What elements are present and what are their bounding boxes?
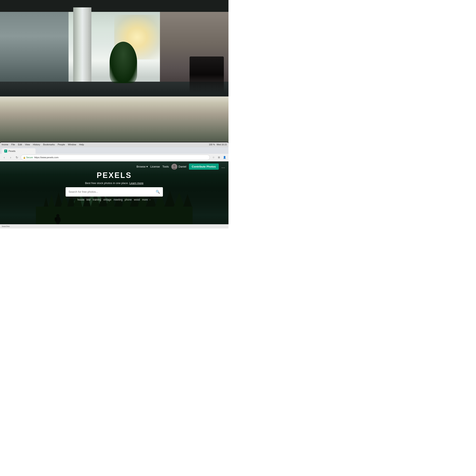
search-input[interactable] (68, 190, 154, 193)
screen-bezel: hrome File Edit View History Bookmarks P… (0, 142, 228, 228)
search-icon[interactable]: 🔍 (156, 190, 160, 194)
menu-window[interactable]: Window (68, 143, 76, 146)
user-area: Daniel (171, 164, 186, 170)
avatar-image (171, 164, 177, 170)
pexels-tagline: Best free stock photos in one place. Lea… (85, 182, 143, 185)
tab-favicon: P (4, 150, 7, 153)
status-bar: Searches (0, 224, 228, 228)
toolbar-icons: ☆ ⊞ 👤 (211, 155, 227, 160)
user-avatar[interactable] (171, 164, 177, 170)
suggestion-training[interactable]: training (93, 198, 101, 201)
contribute-photos-button[interactable]: Contribute Photos (189, 164, 219, 170)
lock-icon: 🔒 (23, 156, 26, 159)
suggestion-house[interactable]: house (77, 198, 85, 201)
hero-text-area: PEXELS Best free stock photos in one pla… (0, 171, 228, 201)
svg-rect-24 (56, 219, 59, 225)
menu-edit[interactable]: Edit (18, 143, 22, 146)
menu-file[interactable]: File (11, 143, 15, 146)
bg-chair (189, 56, 224, 94)
learn-more-link[interactable]: Learn more (130, 182, 143, 185)
svg-point-28 (173, 165, 175, 167)
tab-bar: P Pexels (0, 147, 228, 154)
suggestion-meeting[interactable]: meeting (114, 198, 123, 201)
search-suggestions: house blur training vintage meeting phon… (77, 198, 151, 201)
user-name-label: Daniel (179, 165, 186, 168)
suggestion-wood[interactable]: wood (134, 198, 140, 201)
address-bar[interactable]: 🔒 Secure https://www.pexels.com (21, 155, 210, 160)
tab-title: Pexels (8, 150, 16, 152)
menu-apple[interactable]: hrome (2, 143, 8, 146)
tools-nav[interactable]: Tools (162, 165, 169, 168)
svg-rect-25 (55, 218, 57, 221)
refresh-button[interactable]: ↻ (14, 155, 19, 160)
bookmark-icon[interactable]: ☆ (211, 155, 216, 160)
status-text: Searches (2, 225, 10, 227)
system-status-area: 100 % Wed 16:15 (209, 143, 227, 146)
pexels-hero: Browse ▾ License Tools (0, 161, 228, 228)
menu-bookmarks[interactable]: Bookmarks (43, 143, 55, 146)
system-time: Wed 16:15 (217, 143, 227, 146)
menu-items: hrome File Edit View History Bookmarks P… (2, 143, 84, 146)
license-nav[interactable]: License (151, 165, 160, 168)
browse-nav[interactable]: Browse ▾ (136, 165, 148, 168)
forward-button[interactable]: › (8, 155, 13, 160)
chrome-toolbar: ‹ › ↻ 🔒 Secure https://www.pexels.com ☆ … (0, 154, 228, 161)
menu-people[interactable]: People (58, 143, 65, 146)
bg-wall-left (0, 12, 80, 94)
secure-label: Secure (26, 156, 33, 159)
extensions-icon[interactable]: ⊞ (217, 155, 221, 160)
system-menubar: hrome File Edit View History Bookmarks P… (0, 142, 228, 147)
svg-point-26 (56, 214, 59, 217)
profile-icon[interactable]: 👤 (222, 155, 227, 160)
bg-plant (110, 42, 137, 83)
pexels-logo: PEXELS (97, 171, 132, 180)
back-button[interactable]: ‹ (2, 155, 7, 160)
more-suggestions-button[interactable]: more → (142, 198, 151, 201)
active-tab[interactable]: P Pexels (2, 148, 35, 154)
menu-help[interactable]: Help (79, 143, 84, 146)
pexels-header: Browse ▾ License Tools (0, 161, 228, 172)
suggestion-phone[interactable]: phone (125, 198, 132, 201)
secure-badge: 🔒 Secure (23, 156, 33, 159)
browser-window: hrome File Edit View History Bookmarks P… (0, 142, 228, 228)
pexels-nav-right: Browse ▾ License Tools (136, 164, 225, 170)
menu-view[interactable]: View (25, 143, 30, 146)
url-display[interactable]: https://www.pexels.com (34, 156, 59, 159)
menu-history[interactable]: History (33, 143, 40, 146)
browse-chevron-icon: ▾ (146, 165, 148, 168)
battery-status: 100 % (209, 143, 215, 146)
website-content: Browse ▾ License Tools (0, 161, 228, 228)
more-options-button[interactable]: … (221, 165, 225, 169)
search-bar[interactable]: 🔍 (66, 187, 163, 197)
suggestion-vintage[interactable]: vintage (103, 198, 112, 201)
suggestion-blur[interactable]: blur (86, 198, 91, 201)
